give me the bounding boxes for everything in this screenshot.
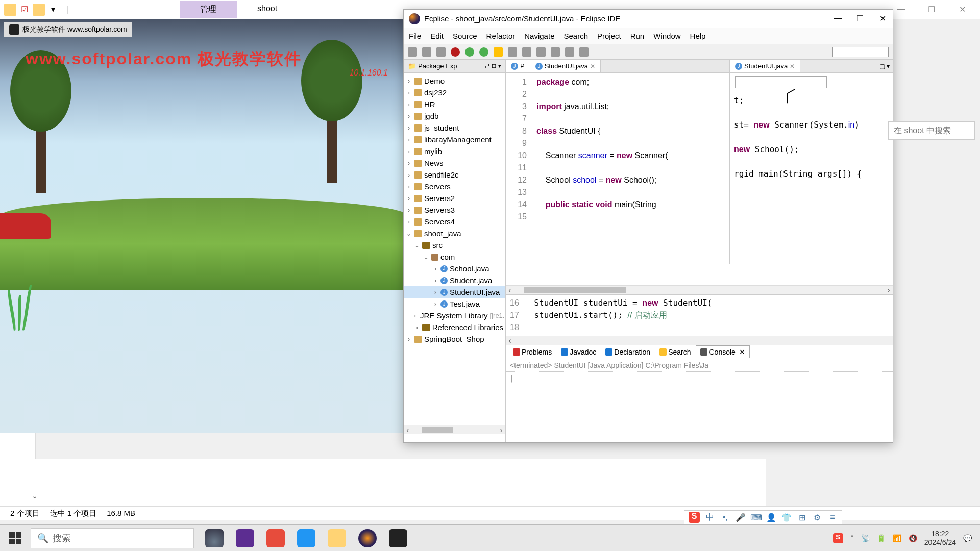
task-visual-studio[interactable] (230, 525, 260, 551)
editor-hscroll[interactable]: ‹› (506, 285, 893, 294)
ime-punct-icon[interactable]: •, (720, 512, 730, 522)
ime-settings-icon[interactable]: ⚙ (812, 512, 822, 522)
code-content[interactable]: package com; import java.util.List; clas… (531, 73, 668, 285)
link-icon[interactable]: ⇄ (485, 63, 489, 69)
quick-access-input[interactable] (832, 47, 889, 57)
save-all-icon[interactable] (436, 47, 446, 57)
task-wps[interactable] (260, 525, 291, 551)
tray-clock[interactable]: 18:22 2024/6/24 (924, 530, 956, 547)
chevron-down-icon[interactable]: ⌄ (32, 492, 38, 500)
minimize-icon[interactable]: — (832, 14, 843, 23)
start-button[interactable] (0, 525, 31, 551)
project-shoot-java[interactable]: ⌄shoot_java (404, 228, 505, 239)
ime-lang[interactable]: 中 (705, 512, 715, 522)
close-icon[interactable]: ✕ (954, 4, 970, 14)
editor-tab-studentui[interactable]: JStudentUI.java✕ (530, 60, 601, 72)
menu-edit[interactable]: Edit (430, 32, 444, 40)
collapse-icon[interactable]: ⊟ (492, 63, 496, 69)
ref-libraries[interactable]: ›Referenced Libraries (404, 321, 505, 333)
project-item[interactable]: ›Servers3 (404, 204, 505, 216)
java-file[interactable]: ›JSchool.java (404, 263, 505, 274)
menu-window[interactable]: Window (653, 32, 680, 40)
editor-tab-p[interactable]: JP (506, 60, 530, 72)
project-item[interactable]: ›Servers (404, 181, 505, 192)
taskbar-search[interactable]: 🔍 搜索 (31, 528, 194, 548)
open-type-icon[interactable] (536, 47, 546, 57)
maximize-icon[interactable]: ▢ ▾ (879, 63, 893, 70)
java-file-studentui[interactable]: ›JStudentUI.java (404, 286, 505, 298)
maximize-icon[interactable]: ☐ (855, 14, 865, 23)
horizontal-scrollbar[interactable]: ‹› (404, 425, 505, 434)
close-tab-icon[interactable]: ✕ (590, 63, 595, 70)
menu-help[interactable]: Help (690, 32, 706, 40)
ime-more-icon[interactable]: ≡ (827, 512, 838, 522)
task-app-blue[interactable] (291, 525, 322, 551)
task-explorer[interactable] (322, 525, 352, 551)
tab-shoot[interactable]: shoot (237, 1, 298, 18)
forward-icon[interactable] (579, 47, 589, 57)
ime-keyboard-icon[interactable]: ⌨ (751, 512, 761, 522)
project-item[interactable]: ›sendfile2c (404, 169, 505, 181)
src-folder[interactable]: ⌄src (404, 239, 505, 251)
menu-icon[interactable]: ▾ (498, 63, 501, 69)
tab-search[interactable]: Search (655, 346, 695, 358)
project-item[interactable]: ›dsj232 (404, 87, 505, 98)
code-fragment[interactable]: t; st= new Scanner(System.in) new School… (730, 91, 893, 183)
search-icon[interactable] (551, 47, 560, 57)
tab-declaration[interactable]: Declaration (601, 346, 654, 358)
package-com[interactable]: ⌄com (404, 251, 505, 263)
back-icon[interactable] (565, 47, 574, 57)
ime-toolbar[interactable]: S 中 •, 🎤 ⌨ 👤 👕 ⊞ ⚙ ≡ (684, 510, 842, 524)
run-last-icon[interactable] (479, 47, 488, 57)
new-icon[interactable] (408, 47, 417, 57)
task-eclipse[interactable] (352, 525, 383, 551)
run-icon[interactable] (465, 47, 474, 57)
menu-navigate[interactable]: Navigate (524, 32, 554, 40)
tray-wifi-icon[interactable]: 📶 (893, 534, 901, 542)
minimize-icon[interactable]: — (893, 4, 909, 14)
close-icon[interactable]: ✕ (877, 14, 888, 23)
project-item[interactable]: ›libarayManagement (404, 134, 505, 145)
tray-battery-icon[interactable]: 🔋 (877, 534, 886, 542)
project-item[interactable]: ›Servers4 (404, 216, 505, 228)
ime-skin-icon[interactable]: 👕 (781, 512, 792, 522)
debug-icon[interactable] (451, 47, 460, 57)
tab-console[interactable]: Console✕ (696, 345, 749, 358)
project-item[interactable]: ›js_student (404, 122, 505, 134)
check-icon[interactable]: ☑ (18, 4, 31, 16)
java-file[interactable]: ›JStudent.java (404, 274, 505, 286)
project-item[interactable]: ›SpringBoot_Shop (404, 333, 505, 345)
menu-project[interactable]: Project (597, 32, 621, 40)
tray-bluetooth-icon[interactable]: 📡 (861, 534, 870, 542)
coverage-icon[interactable] (494, 47, 503, 57)
project-item[interactable]: ›Servers2 (404, 192, 505, 204)
menu-refactor[interactable]: Refactor (486, 32, 516, 40)
project-item[interactable]: ›mylib (404, 145, 505, 157)
maximize-icon[interactable]: ☐ (924, 4, 939, 14)
menu-source[interactable]: Source (453, 32, 477, 40)
new-class-icon[interactable] (508, 47, 517, 57)
project-item[interactable]: ›Demo (404, 75, 505, 87)
project-item[interactable]: ›jgdb (404, 110, 505, 122)
tab-manage[interactable]: 管理 (180, 1, 237, 18)
tray-volume-icon[interactable]: 🔇 (909, 534, 917, 542)
tab-javadoc[interactable]: Javadoc (557, 346, 600, 358)
dropdown-icon[interactable]: ▾ (47, 4, 59, 16)
ime-user-icon[interactable]: 👤 (766, 512, 776, 522)
project-item[interactable]: ›News (404, 157, 505, 169)
tab-problems[interactable]: Problems (509, 346, 556, 358)
ime-voice-icon[interactable]: 🎤 (736, 512, 746, 522)
jre-library[interactable]: ›JRE System Library [jre1.8.0_131] (404, 310, 505, 321)
menu-search[interactable]: Search (564, 32, 588, 40)
save-icon[interactable] (422, 47, 431, 57)
menu-file[interactable]: File (409, 32, 421, 40)
tray-sogou-icon[interactable]: S (833, 533, 843, 543)
console-output[interactable]: | (506, 372, 893, 384)
editor2-hscroll[interactable]: ‹ (506, 336, 893, 345)
tray-chevron-icon[interactable]: ˄ (850, 534, 854, 542)
java-file[interactable]: ›JTest.java (404, 298, 505, 310)
project-item[interactable]: ›HR (404, 98, 505, 110)
editor-tab-right[interactable]: JStudentUI.java✕ (730, 60, 800, 72)
new-package-icon[interactable] (522, 47, 531, 57)
task-unity[interactable] (383, 525, 413, 551)
